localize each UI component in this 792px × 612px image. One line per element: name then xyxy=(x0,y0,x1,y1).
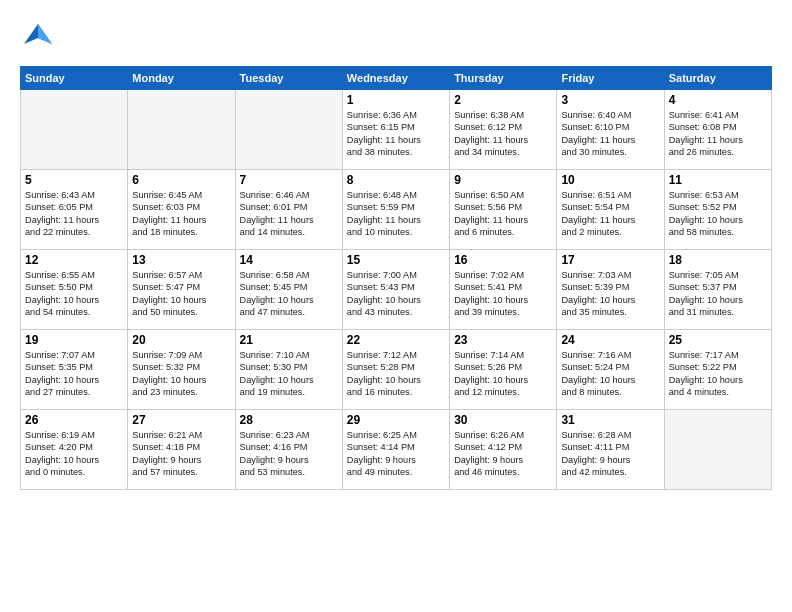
day-info: Sunrise: 6:53 AM Sunset: 5:52 PM Dayligh… xyxy=(669,189,767,239)
day-info: Sunrise: 7:16 AM Sunset: 5:24 PM Dayligh… xyxy=(561,349,659,399)
day-info: Sunrise: 6:50 AM Sunset: 5:56 PM Dayligh… xyxy=(454,189,552,239)
day-number: 13 xyxy=(132,253,230,267)
calendar-cell: 21Sunrise: 7:10 AM Sunset: 5:30 PM Dayli… xyxy=(235,330,342,410)
day-number: 2 xyxy=(454,93,552,107)
day-number: 12 xyxy=(25,253,123,267)
day-number: 9 xyxy=(454,173,552,187)
calendar-cell: 5Sunrise: 6:43 AM Sunset: 6:05 PM Daylig… xyxy=(21,170,128,250)
calendar-cell: 26Sunrise: 6:19 AM Sunset: 4:20 PM Dayli… xyxy=(21,410,128,490)
day-info: Sunrise: 7:03 AM Sunset: 5:39 PM Dayligh… xyxy=(561,269,659,319)
calendar-cell xyxy=(21,90,128,170)
weekday-header-tuesday: Tuesday xyxy=(235,67,342,90)
weekday-header-sunday: Sunday xyxy=(21,67,128,90)
day-info: Sunrise: 6:48 AM Sunset: 5:59 PM Dayligh… xyxy=(347,189,445,239)
day-number: 30 xyxy=(454,413,552,427)
calendar-week-row: 26Sunrise: 6:19 AM Sunset: 4:20 PM Dayli… xyxy=(21,410,772,490)
calendar-cell: 31Sunrise: 6:28 AM Sunset: 4:11 PM Dayli… xyxy=(557,410,664,490)
weekday-header-friday: Friday xyxy=(557,67,664,90)
calendar-cell: 20Sunrise: 7:09 AM Sunset: 5:32 PM Dayli… xyxy=(128,330,235,410)
day-info: Sunrise: 6:55 AM Sunset: 5:50 PM Dayligh… xyxy=(25,269,123,319)
day-info: Sunrise: 6:26 AM Sunset: 4:12 PM Dayligh… xyxy=(454,429,552,479)
weekday-header-thursday: Thursday xyxy=(450,67,557,90)
day-info: Sunrise: 6:23 AM Sunset: 4:16 PM Dayligh… xyxy=(240,429,338,479)
day-number: 31 xyxy=(561,413,659,427)
calendar-cell: 3Sunrise: 6:40 AM Sunset: 6:10 PM Daylig… xyxy=(557,90,664,170)
day-info: Sunrise: 7:00 AM Sunset: 5:43 PM Dayligh… xyxy=(347,269,445,319)
calendar-cell: 6Sunrise: 6:45 AM Sunset: 6:03 PM Daylig… xyxy=(128,170,235,250)
day-info: Sunrise: 6:21 AM Sunset: 4:18 PM Dayligh… xyxy=(132,429,230,479)
day-number: 19 xyxy=(25,333,123,347)
day-number: 17 xyxy=(561,253,659,267)
day-info: Sunrise: 7:07 AM Sunset: 5:35 PM Dayligh… xyxy=(25,349,123,399)
header xyxy=(20,16,772,56)
day-number: 6 xyxy=(132,173,230,187)
calendar-cell: 12Sunrise: 6:55 AM Sunset: 5:50 PM Dayli… xyxy=(21,250,128,330)
weekday-header-monday: Monday xyxy=(128,67,235,90)
day-info: Sunrise: 6:40 AM Sunset: 6:10 PM Dayligh… xyxy=(561,109,659,159)
day-number: 10 xyxy=(561,173,659,187)
day-number: 11 xyxy=(669,173,767,187)
day-number: 16 xyxy=(454,253,552,267)
calendar-week-row: 12Sunrise: 6:55 AM Sunset: 5:50 PM Dayli… xyxy=(21,250,772,330)
calendar-cell: 10Sunrise: 6:51 AM Sunset: 5:54 PM Dayli… xyxy=(557,170,664,250)
day-number: 26 xyxy=(25,413,123,427)
day-info: Sunrise: 6:46 AM Sunset: 6:01 PM Dayligh… xyxy=(240,189,338,239)
day-number: 22 xyxy=(347,333,445,347)
calendar-cell: 9Sunrise: 6:50 AM Sunset: 5:56 PM Daylig… xyxy=(450,170,557,250)
day-number: 21 xyxy=(240,333,338,347)
calendar-cell: 29Sunrise: 6:25 AM Sunset: 4:14 PM Dayli… xyxy=(342,410,449,490)
day-info: Sunrise: 6:58 AM Sunset: 5:45 PM Dayligh… xyxy=(240,269,338,319)
day-number: 27 xyxy=(132,413,230,427)
weekday-header-saturday: Saturday xyxy=(664,67,771,90)
day-number: 14 xyxy=(240,253,338,267)
day-number: 20 xyxy=(132,333,230,347)
day-info: Sunrise: 6:51 AM Sunset: 5:54 PM Dayligh… xyxy=(561,189,659,239)
logo xyxy=(20,16,60,56)
day-number: 23 xyxy=(454,333,552,347)
day-number: 24 xyxy=(561,333,659,347)
calendar-cell xyxy=(664,410,771,490)
calendar-cell: 24Sunrise: 7:16 AM Sunset: 5:24 PM Dayli… xyxy=(557,330,664,410)
page: SundayMondayTuesdayWednesdayThursdayFrid… xyxy=(0,0,792,612)
day-info: Sunrise: 6:28 AM Sunset: 4:11 PM Dayligh… xyxy=(561,429,659,479)
calendar-cell: 18Sunrise: 7:05 AM Sunset: 5:37 PM Dayli… xyxy=(664,250,771,330)
day-info: Sunrise: 6:36 AM Sunset: 6:15 PM Dayligh… xyxy=(347,109,445,159)
calendar-cell: 25Sunrise: 7:17 AM Sunset: 5:22 PM Dayli… xyxy=(664,330,771,410)
day-number: 29 xyxy=(347,413,445,427)
day-number: 4 xyxy=(669,93,767,107)
day-number: 8 xyxy=(347,173,445,187)
calendar-cell: 14Sunrise: 6:58 AM Sunset: 5:45 PM Dayli… xyxy=(235,250,342,330)
calendar-cell: 7Sunrise: 6:46 AM Sunset: 6:01 PM Daylig… xyxy=(235,170,342,250)
day-info: Sunrise: 7:05 AM Sunset: 5:37 PM Dayligh… xyxy=(669,269,767,319)
day-info: Sunrise: 7:10 AM Sunset: 5:30 PM Dayligh… xyxy=(240,349,338,399)
day-number: 5 xyxy=(25,173,123,187)
calendar-cell: 22Sunrise: 7:12 AM Sunset: 5:28 PM Dayli… xyxy=(342,330,449,410)
calendar-cell: 23Sunrise: 7:14 AM Sunset: 5:26 PM Dayli… xyxy=(450,330,557,410)
calendar-cell xyxy=(235,90,342,170)
day-info: Sunrise: 7:14 AM Sunset: 5:26 PM Dayligh… xyxy=(454,349,552,399)
calendar-cell: 28Sunrise: 6:23 AM Sunset: 4:16 PM Dayli… xyxy=(235,410,342,490)
calendar-week-row: 1Sunrise: 6:36 AM Sunset: 6:15 PM Daylig… xyxy=(21,90,772,170)
day-info: Sunrise: 6:41 AM Sunset: 6:08 PM Dayligh… xyxy=(669,109,767,159)
day-number: 25 xyxy=(669,333,767,347)
day-info: Sunrise: 6:19 AM Sunset: 4:20 PM Dayligh… xyxy=(25,429,123,479)
svg-marker-1 xyxy=(38,24,52,44)
calendar-cell: 4Sunrise: 6:41 AM Sunset: 6:08 PM Daylig… xyxy=(664,90,771,170)
calendar-cell: 1Sunrise: 6:36 AM Sunset: 6:15 PM Daylig… xyxy=(342,90,449,170)
day-info: Sunrise: 7:02 AM Sunset: 5:41 PM Dayligh… xyxy=(454,269,552,319)
day-info: Sunrise: 6:57 AM Sunset: 5:47 PM Dayligh… xyxy=(132,269,230,319)
calendar-cell: 11Sunrise: 6:53 AM Sunset: 5:52 PM Dayli… xyxy=(664,170,771,250)
calendar-cell: 19Sunrise: 7:07 AM Sunset: 5:35 PM Dayli… xyxy=(21,330,128,410)
day-info: Sunrise: 7:12 AM Sunset: 5:28 PM Dayligh… xyxy=(347,349,445,399)
day-number: 18 xyxy=(669,253,767,267)
calendar-cell xyxy=(128,90,235,170)
calendar-table: SundayMondayTuesdayWednesdayThursdayFrid… xyxy=(20,66,772,490)
day-info: Sunrise: 6:45 AM Sunset: 6:03 PM Dayligh… xyxy=(132,189,230,239)
logo-icon xyxy=(20,16,56,56)
day-number: 3 xyxy=(561,93,659,107)
day-info: Sunrise: 6:25 AM Sunset: 4:14 PM Dayligh… xyxy=(347,429,445,479)
calendar-header-row: SundayMondayTuesdayWednesdayThursdayFrid… xyxy=(21,67,772,90)
day-info: Sunrise: 7:09 AM Sunset: 5:32 PM Dayligh… xyxy=(132,349,230,399)
day-number: 28 xyxy=(240,413,338,427)
calendar-cell: 16Sunrise: 7:02 AM Sunset: 5:41 PM Dayli… xyxy=(450,250,557,330)
